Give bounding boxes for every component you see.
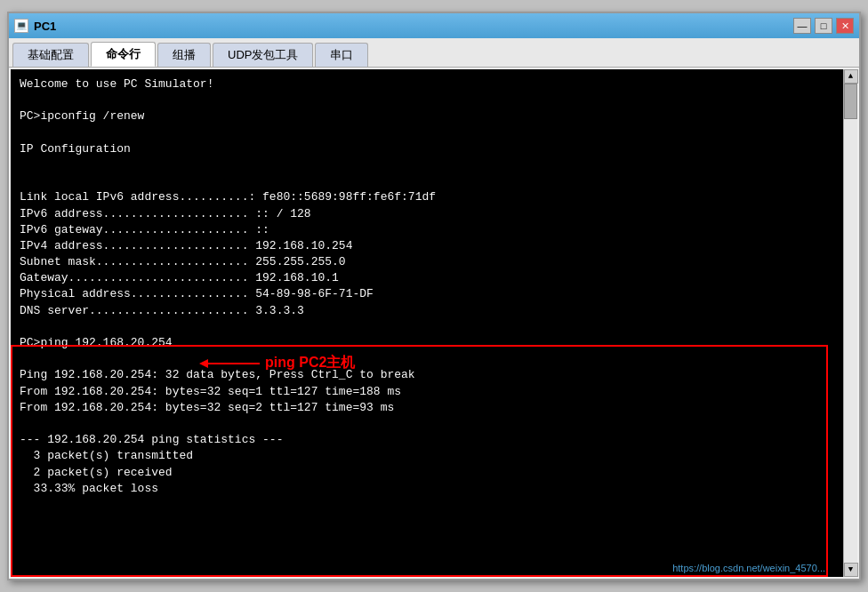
scrollbar-up-button[interactable]: ▲ [844,69,858,84]
scrollbar-thumb[interactable] [844,84,857,119]
minimize-button[interactable]: — [793,18,811,34]
terminal[interactable]: Welcome to use PC Simulator! PC>ipconfig… [11,69,843,577]
maximize-button[interactable]: □ [815,18,832,34]
terminal-wrapper: Welcome to use PC Simulator! PC>ipconfig… [9,68,859,579]
terminal-output: Welcome to use PC Simulator! PC>ipconfig… [20,76,834,497]
tab-zubo[interactable]: 组播 [157,43,211,67]
window-icon: 💻 [14,19,28,33]
scrollbar[interactable]: ▲ ▼ [843,69,857,577]
watermark: https://blog.csdn.net/weixin_4570... [672,563,825,573]
title-bar-left: 💻 PC1 [14,19,56,33]
close-button[interactable]: ✕ [836,18,854,34]
title-bar: 💻 PC1 — □ ✕ [9,13,859,38]
tab-jichupeizhui[interactable]: 基础配置 [12,43,89,67]
tab-chuankou[interactable]: 串口 [315,43,368,67]
main-window: 💻 PC1 — □ ✕ 基础配置 命令行 组播 UDP发包工具 串口 Welco… [7,12,861,580]
tabs-bar: 基础配置 命令行 组播 UDP发包工具 串口 [9,38,859,68]
window-title: PC1 [34,20,56,33]
scrollbar-track[interactable] [844,84,857,563]
tab-udp[interactable]: UDP发包工具 [213,43,313,67]
tab-minglinghang[interactable]: 命令行 [91,42,156,67]
scrollbar-down-button[interactable]: ▼ [844,563,858,577]
window-controls: — □ ✕ [793,18,854,34]
